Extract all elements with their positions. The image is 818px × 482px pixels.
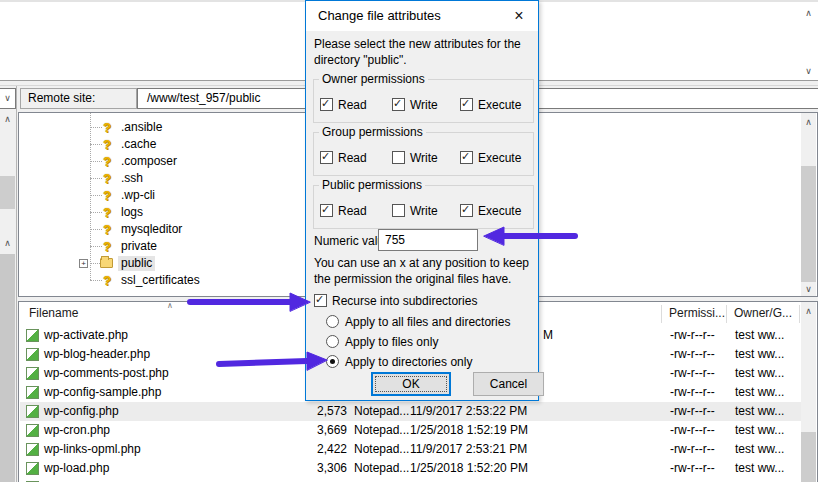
file-list-scrollbar[interactable]: ∧ (801, 302, 816, 482)
public-read-checkbox[interactable]: ✓ Read (320, 203, 380, 219)
radio-apply-directories-only[interactable]: Apply to directories only (326, 354, 536, 370)
tree-item-label[interactable]: .composer (118, 154, 180, 169)
numeric-value-text: 755 (385, 233, 405, 247)
filezilla-window: ∧ ∨ ∨ ∧ ∨ ∧ Remote site: /www/test_957/p… (0, 0, 818, 482)
owner-execute-checkbox[interactable]: ✓ Execute (460, 97, 530, 113)
scroll-up-icon[interactable]: ∧ (0, 236, 15, 251)
checkbox[interactable]: ✓ (460, 98, 473, 111)
tree-item-label[interactable]: public (118, 256, 155, 271)
unknown-folder-icon: ? (100, 154, 114, 169)
public-execute-checkbox[interactable]: ✓ Execute (460, 203, 530, 219)
check-icon: ✓ (321, 97, 330, 110)
scroll-down-icon[interactable]: ∨ (801, 64, 816, 79)
tree-item-label[interactable]: ssl_certificates (118, 273, 203, 288)
table-row-partial[interactable] (20, 478, 804, 482)
checkbox[interactable]: ✓ (460, 204, 473, 217)
scroll-down-icon[interactable]: ∨ (801, 282, 816, 297)
table-row[interactable]: wp-load.php 3,306 Notepad... 1/25/2018 1… (20, 459, 804, 478)
group-execute-checkbox[interactable]: ✓ Execute (460, 150, 530, 166)
owner-permissions-group: Owner permissions ✓ Read ✓ Write ✓ Execu… (313, 79, 534, 123)
column-header-filename[interactable]: Filename (29, 306, 78, 320)
checkbox[interactable]: ✓ (314, 294, 327, 307)
local-site-combo-arrow-icon[interactable]: ∨ (0, 88, 16, 109)
table-row-selected[interactable]: wp-config.php 2,573 Notepad... 11/9/2017… (20, 402, 804, 421)
group-label: Public permissions (319, 178, 425, 192)
checkbox[interactable]: ✓ (320, 151, 333, 164)
table-row[interactable]: wp-links-opml.php 2,422 Notepad... 11/9/… (20, 440, 804, 459)
radio-button[interactable] (326, 355, 339, 368)
sort-asc-icon: ∧ (167, 301, 173, 310)
checkbox[interactable]: ✓ (392, 98, 405, 111)
remote-path-value[interactable]: /www/test_957/public (147, 89, 260, 108)
php-file-icon (26, 405, 39, 418)
owner-write-checkbox[interactable]: ✓ Write (392, 97, 452, 113)
close-icon[interactable]: × (506, 3, 532, 29)
scrollbar-thumb[interactable] (801, 166, 816, 282)
expand-plus-icon[interactable]: + (79, 259, 88, 268)
remote-tree-scrollbar[interactable]: ∧ ∨ (801, 113, 816, 296)
checkbox[interactable]: ✓ (320, 204, 333, 217)
message-log-scrollbar[interactable]: ∧ ∨ (801, 4, 817, 80)
check-icon: ✓ (461, 150, 470, 163)
scroll-up-icon[interactable]: ∧ (801, 115, 816, 130)
unknown-folder-icon: ? (100, 120, 114, 135)
tree-item-label[interactable]: .ssh (118, 171, 146, 186)
tree-item-label[interactable]: logs (118, 205, 146, 220)
table-row[interactable]: wp-cron.php 3,669 Notepad... 1/25/2018 1… (20, 421, 804, 440)
unknown-folder-icon: ? (100, 188, 114, 203)
public-permissions-group: Public permissions ✓ Read ✓ Write ✓ Exec… (313, 185, 534, 229)
recurse-checkbox[interactable]: ✓ Recurse into subdirectories (314, 293, 534, 309)
php-file-icon (26, 348, 39, 361)
check-icon: ✓ (321, 203, 330, 216)
check-icon: ✓ (461, 97, 470, 110)
scroll-up-icon[interactable]: ∧ (801, 6, 816, 21)
owner-read-checkbox[interactable]: ✓ Read (320, 97, 380, 113)
public-write-checkbox[interactable]: ✓ Write (392, 203, 452, 219)
radio-apply-files-only[interactable]: Apply to files only (326, 334, 536, 350)
checkbox[interactable]: ✓ (392, 204, 405, 217)
checkbox[interactable]: ✓ (320, 98, 333, 111)
cancel-button[interactable]: Cancel (473, 372, 544, 396)
checkbox[interactable]: ✓ (460, 151, 473, 164)
php-file-icon (26, 462, 39, 475)
tree-item-label[interactable]: mysqleditor (118, 222, 185, 237)
scrollbar-thumb[interactable] (801, 432, 816, 482)
radio-button[interactable] (326, 315, 339, 328)
check-icon: ✓ (393, 97, 402, 110)
tree-item-label[interactable]: .ansible (118, 120, 165, 135)
column-header-owner[interactable]: Owner/G... (734, 306, 792, 320)
group-write-checkbox[interactable]: ✓ Write (392, 150, 452, 166)
php-file-icon (26, 367, 39, 380)
change-file-attributes-dialog: Change file attributes × Please select t… (305, 0, 539, 401)
unknown-folder-icon: ? (100, 171, 114, 186)
radio-button[interactable] (326, 335, 339, 348)
scroll-up-icon[interactable]: ∧ (801, 304, 816, 319)
ok-button[interactable]: OK (371, 372, 451, 396)
checkbox[interactable]: ✓ (392, 151, 405, 164)
dialog-titlebar[interactable]: Change file attributes × (306, 1, 538, 31)
numeric-value-input[interactable]: 755 (378, 229, 478, 251)
dialog-hint-text: You can use an x at any position to keep… (314, 256, 540, 287)
clipped-date-text: M (543, 326, 553, 345)
radio-apply-all[interactable]: Apply to all files and directories (326, 314, 536, 330)
folder-icon (100, 258, 113, 268)
unknown-folder-icon: ? (100, 222, 114, 237)
local-list-scrollbar[interactable]: ∧ (0, 234, 15, 482)
scrollbar-thumb[interactable] (0, 176, 15, 209)
unknown-folder-icon: ? (100, 239, 114, 254)
php-file-icon (26, 386, 39, 399)
dialog-title: Change file attributes (318, 8, 441, 23)
php-file-icon (26, 443, 39, 456)
scrollbar-thumb[interactable] (0, 254, 15, 482)
check-icon: ✓ (315, 293, 324, 306)
column-header-permissions[interactable]: Permissi... (669, 306, 725, 320)
unknown-folder-icon: ? (100, 273, 114, 288)
tree-item-label[interactable]: .cache (118, 137, 159, 152)
tree-item-label[interactable]: private (118, 239, 160, 254)
local-pane-cropped-strip: ∨ ∧ ∨ ∧ (0, 86, 17, 482)
group-read-checkbox[interactable]: ✓ Read (320, 150, 380, 166)
unknown-folder-icon: ? (100, 137, 114, 152)
group-label: Owner permissions (319, 72, 428, 86)
tree-item-label[interactable]: .wp-cli (118, 188, 158, 203)
scroll-up-icon[interactable]: ∧ (0, 112, 15, 127)
